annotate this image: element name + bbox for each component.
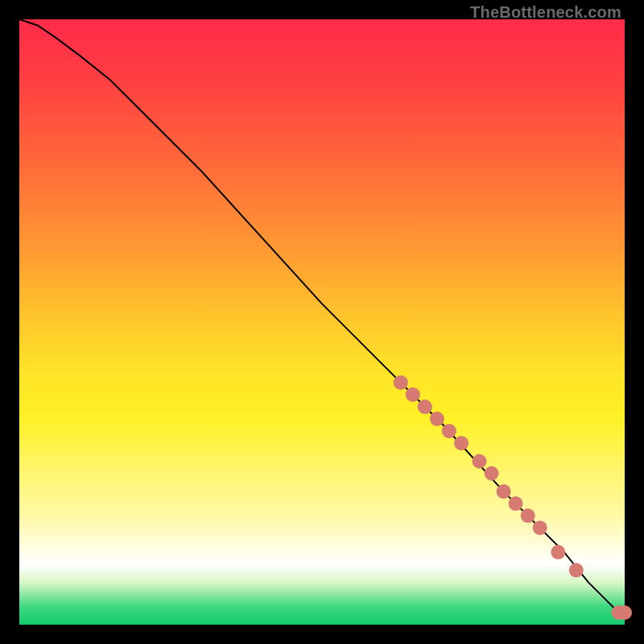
scatter-point [509,497,523,511]
scatter-point [406,387,420,402]
chart-svg [19,19,625,625]
plot-area [19,19,625,625]
scatter-point [394,375,408,390]
scatter-point [418,399,432,414]
scatter-point [454,436,469,450]
scatter-point [442,423,456,438]
scatter-point [551,545,565,559]
scatter-group [394,375,632,620]
scatter-point [533,521,547,535]
scatter-point [430,411,444,426]
scatter-point [569,563,584,577]
scatter-point [485,466,499,481]
scatter-point [521,509,535,523]
scatter-point [497,485,511,499]
scatter-point [617,605,632,620]
scatter-point [473,454,487,469]
curve-line [19,19,625,613]
chart-stage: TheBottleneck.com [0,0,644,644]
